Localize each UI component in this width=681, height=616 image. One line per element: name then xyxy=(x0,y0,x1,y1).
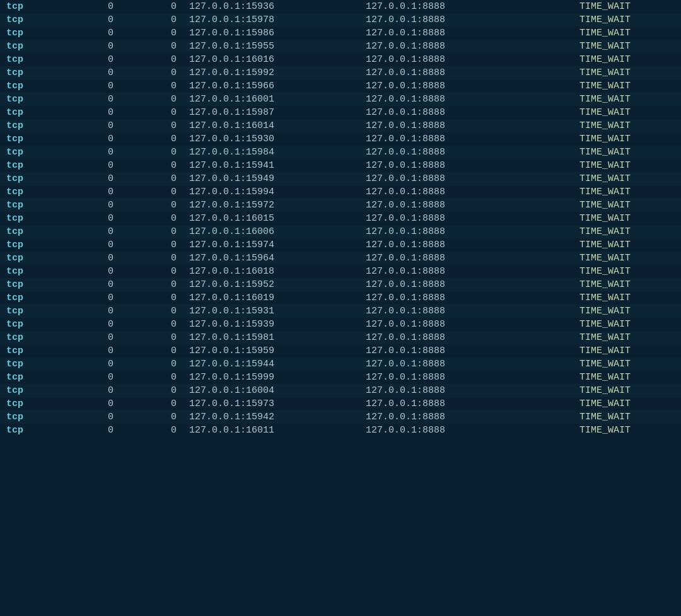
local-address-cell: 127.0.0.1:16016 xyxy=(189,54,366,65)
send-q-cell: 0 xyxy=(126,81,189,91)
table-row: tcp 0 0 127.0.0.1:15936 127.0.0.1:8888 T… xyxy=(0,0,681,13)
foreign-address-cell: 127.0.0.1:8888 xyxy=(366,359,542,369)
local-address-cell: 127.0.0.1:15974 xyxy=(189,240,366,250)
send-q-cell: 0 xyxy=(126,94,189,105)
state-cell: TIME_WAIT xyxy=(542,398,643,409)
local-address-cell: 127.0.0.1:16014 xyxy=(189,120,366,131)
recv-q-cell: 0 xyxy=(50,173,126,184)
local-address-cell: 127.0.0.1:15984 xyxy=(189,147,366,158)
foreign-address-cell: 127.0.0.1:8888 xyxy=(366,346,542,356)
table-row: tcp 0 0 127.0.0.1:15981 127.0.0.1:8888 T… xyxy=(0,331,681,344)
send-q-cell: 0 xyxy=(126,67,189,78)
proto-cell: tcp xyxy=(0,412,50,422)
send-q-cell: 0 xyxy=(126,54,189,65)
state-cell: TIME_WAIT xyxy=(542,346,643,356)
local-address-cell: 127.0.0.1:15952 xyxy=(189,279,366,290)
proto-cell: tcp xyxy=(0,306,50,317)
local-address-cell: 127.0.0.1:15994 xyxy=(189,187,366,197)
recv-q-cell: 0 xyxy=(50,54,126,65)
foreign-address-cell: 127.0.0.1:8888 xyxy=(366,412,542,422)
recv-q-cell: 0 xyxy=(50,398,126,409)
proto-cell: tcp xyxy=(0,266,50,277)
proto-cell: tcp xyxy=(0,425,50,436)
foreign-address-cell: 127.0.0.1:8888 xyxy=(366,147,542,158)
send-q-cell: 0 xyxy=(126,200,189,211)
foreign-address-cell: 127.0.0.1:8888 xyxy=(366,279,542,290)
send-q-cell: 0 xyxy=(126,319,189,330)
foreign-address-cell: 127.0.0.1:8888 xyxy=(366,67,542,78)
proto-cell: tcp xyxy=(0,200,50,211)
local-address-cell: 127.0.0.1:15941 xyxy=(189,160,366,171)
state-cell: TIME_WAIT xyxy=(542,28,643,38)
send-q-cell: 0 xyxy=(126,253,189,264)
table-row: tcp 0 0 127.0.0.1:15942 127.0.0.1:8888 T… xyxy=(0,410,681,424)
proto-cell: tcp xyxy=(0,213,50,224)
table-row: tcp 0 0 127.0.0.1:16001 127.0.0.1:8888 T… xyxy=(0,93,681,106)
proto-cell: tcp xyxy=(0,107,50,118)
proto-cell: tcp xyxy=(0,293,50,303)
proto-cell: tcp xyxy=(0,346,50,356)
send-q-cell: 0 xyxy=(126,187,189,197)
table-row: tcp 0 0 127.0.0.1:15964 127.0.0.1:8888 T… xyxy=(0,252,681,265)
send-q-cell: 0 xyxy=(126,293,189,303)
send-q-cell: 0 xyxy=(126,385,189,396)
proto-cell: tcp xyxy=(0,160,50,171)
proto-cell: tcp xyxy=(0,147,50,158)
table-row: tcp 0 0 127.0.0.1:15941 127.0.0.1:8888 T… xyxy=(0,159,681,172)
foreign-address-cell: 127.0.0.1:8888 xyxy=(366,293,542,303)
proto-cell: tcp xyxy=(0,173,50,184)
state-cell: TIME_WAIT xyxy=(542,332,643,343)
send-q-cell: 0 xyxy=(126,107,189,118)
send-q-cell: 0 xyxy=(126,346,189,356)
state-cell: TIME_WAIT xyxy=(542,412,643,422)
state-cell: TIME_WAIT xyxy=(542,359,643,369)
foreign-address-cell: 127.0.0.1:8888 xyxy=(366,94,542,105)
proto-cell: tcp xyxy=(0,15,50,25)
recv-q-cell: 0 xyxy=(50,67,126,78)
table-row: tcp 0 0 127.0.0.1:15939 127.0.0.1:8888 T… xyxy=(0,318,681,331)
table-row: tcp 0 0 127.0.0.1:15931 127.0.0.1:8888 T… xyxy=(0,305,681,318)
table-row: tcp 0 0 127.0.0.1:15986 127.0.0.1:8888 T… xyxy=(0,26,681,40)
send-q-cell: 0 xyxy=(126,173,189,184)
table-row: tcp 0 0 127.0.0.1:15955 127.0.0.1:8888 T… xyxy=(0,40,681,53)
recv-q-cell: 0 xyxy=(50,319,126,330)
local-address-cell: 127.0.0.1:16001 xyxy=(189,94,366,105)
state-cell: TIME_WAIT xyxy=(542,293,643,303)
state-cell: TIME_WAIT xyxy=(542,173,643,184)
foreign-address-cell: 127.0.0.1:8888 xyxy=(366,398,542,409)
state-cell: TIME_WAIT xyxy=(542,372,643,383)
local-address-cell: 127.0.0.1:16004 xyxy=(189,385,366,396)
recv-q-cell: 0 xyxy=(50,412,126,422)
proto-cell: tcp xyxy=(0,385,50,396)
table-row: tcp 0 0 127.0.0.1:16019 127.0.0.1:8888 T… xyxy=(0,291,681,305)
recv-q-cell: 0 xyxy=(50,107,126,118)
proto-cell: tcp xyxy=(0,279,50,290)
proto-cell: tcp xyxy=(0,319,50,330)
local-address-cell: 127.0.0.1:15973 xyxy=(189,398,366,409)
table-row: tcp 0 0 127.0.0.1:15987 127.0.0.1:8888 T… xyxy=(0,106,681,119)
foreign-address-cell: 127.0.0.1:8888 xyxy=(366,253,542,264)
table-row: tcp 0 0 127.0.0.1:16011 127.0.0.1:8888 T… xyxy=(0,424,681,437)
state-cell: TIME_WAIT xyxy=(542,15,643,25)
local-address-cell: 127.0.0.1:15955 xyxy=(189,41,366,52)
recv-q-cell: 0 xyxy=(50,266,126,277)
local-address-cell: 127.0.0.1:15987 xyxy=(189,107,366,118)
foreign-address-cell: 127.0.0.1:8888 xyxy=(366,425,542,436)
state-cell: TIME_WAIT xyxy=(542,107,643,118)
table-row: tcp 0 0 127.0.0.1:15978 127.0.0.1:8888 T… xyxy=(0,13,681,26)
proto-cell: tcp xyxy=(0,187,50,197)
local-address-cell: 127.0.0.1:15942 xyxy=(189,412,366,422)
send-q-cell: 0 xyxy=(126,213,189,224)
proto-cell: tcp xyxy=(0,372,50,383)
state-cell: TIME_WAIT xyxy=(542,425,643,436)
local-address-cell: 127.0.0.1:15949 xyxy=(189,173,366,184)
local-address-cell: 127.0.0.1:15978 xyxy=(189,15,366,25)
send-q-cell: 0 xyxy=(126,279,189,290)
proto-cell: tcp xyxy=(0,28,50,38)
proto-cell: tcp xyxy=(0,226,50,237)
state-cell: TIME_WAIT xyxy=(542,81,643,91)
recv-q-cell: 0 xyxy=(50,160,126,171)
send-q-cell: 0 xyxy=(126,372,189,383)
recv-q-cell: 0 xyxy=(50,359,126,369)
state-cell: TIME_WAIT xyxy=(542,266,643,277)
